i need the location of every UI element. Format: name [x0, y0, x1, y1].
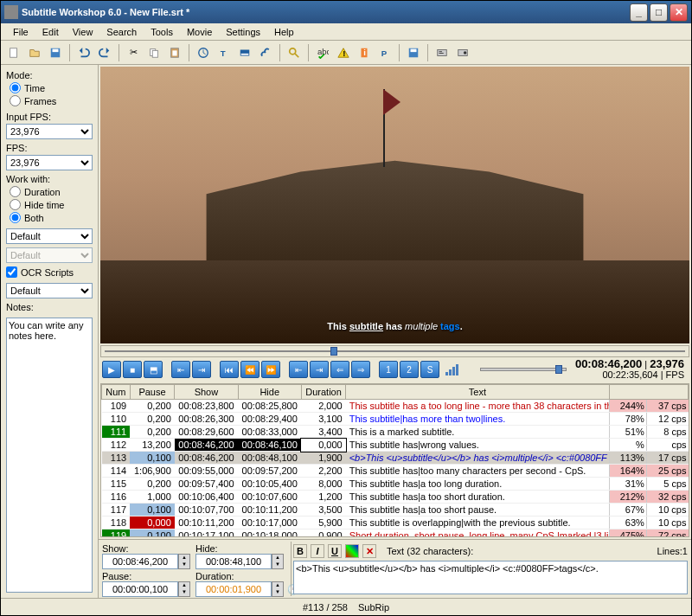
sync2-button[interactable]: 2 [400, 361, 419, 378]
table-row[interactable]: 1100,20000:08:26,30000:08:29,4003,100Thi… [102, 413, 689, 426]
bold-button[interactable]: B [293, 544, 307, 558]
end-mark-button[interactable]: ⇥ [310, 361, 329, 378]
subtitles-button[interactable] [235, 43, 254, 62]
fwd-button[interactable]: ⏩ [261, 361, 280, 378]
table-row[interactable]: 1161,00000:10:06,40000:10:07,6001,200Thi… [102, 491, 689, 504]
set-hide-button[interactable]: ⇒ [351, 361, 370, 378]
table-row[interactable]: 1090,20000:08:23,80000:08:25,8002,000Thi… [102, 400, 689, 413]
paste-button[interactable] [165, 43, 184, 62]
prev-sub-button[interactable]: ⇤ [171, 361, 190, 378]
menu-search[interactable]: Search [99, 25, 144, 38]
col-duration[interactable]: Duration [301, 385, 345, 400]
table-row[interactable]: 1190,10000:10:17,10000:10:18,0000,900Sho… [102, 529, 689, 538]
redo-button[interactable] [95, 43, 114, 62]
texts-button[interactable]: T [215, 43, 234, 62]
maximize-button[interactable]: □ [650, 3, 668, 22]
col-text[interactable]: Text [346, 385, 609, 400]
pause-input[interactable] [102, 581, 178, 597]
open-file-button[interactable] [25, 43, 44, 62]
mode-frames-radio[interactable]: Frames [10, 95, 93, 106]
hide-input[interactable] [195, 554, 272, 569]
errors-button[interactable]: ! [334, 43, 353, 62]
copy-button[interactable] [144, 43, 163, 62]
menu-settings[interactable]: Settings [219, 25, 267, 38]
menu-file[interactable]: File [6, 25, 35, 38]
charset-select[interactable]: Default [6, 228, 93, 244]
menu-view[interactable]: View [66, 25, 100, 38]
table-row[interactable]: 1170,10000:10:07,70000:10:11,2003,500Thi… [102, 504, 689, 517]
toolbar: ✂ T abc ! i P [1, 41, 691, 65]
duration-input[interactable] [195, 581, 272, 597]
work-duration-radio[interactable]: Duration [10, 186, 93, 197]
sync1-button[interactable]: 1 [379, 361, 398, 378]
pause-spinner[interactable]: ▲▼ [178, 581, 190, 597]
clear-tags-button[interactable]: ✕ [362, 544, 376, 558]
color-button[interactable] [345, 544, 359, 558]
start-mark-button[interactable]: ⇤ [289, 361, 308, 378]
info-button[interactable]: i [355, 43, 374, 62]
volume-slider[interactable] [480, 368, 567, 371]
save2-button[interactable] [404, 43, 423, 62]
table-row[interactable]: 1150,20000:09:57,40000:10:05,4008,000Thi… [102, 478, 689, 491]
italic-button[interactable]: I [311, 544, 324, 558]
seekbar[interactable] [100, 345, 689, 357]
col-num[interactable]: Num [102, 385, 131, 400]
menu-tools[interactable]: Tools [144, 25, 180, 38]
table-row[interactable]: 1180,00000:10:11,20000:10:17,0005,900Thi… [102, 517, 689, 529]
menu-edit[interactable]: Edit [35, 25, 66, 38]
back-button[interactable]: ⏪ [240, 361, 260, 378]
underline-button[interactable]: U [328, 544, 342, 558]
syncS-button[interactable]: S [420, 361, 439, 378]
close-button[interactable]: ✕ [670, 3, 688, 22]
col-hide[interactable]: Hide [238, 385, 301, 400]
table-row[interactable]: 11213,20000:08:46,20000:08:46,1000,000Th… [102, 439, 689, 452]
playback-controls: ▶ ■ ⬒ ⇤ ⇥ ⏮ ⏪ ⏩ ⇤ ⇥ ⇐ ⇒ 1 2 S 00:08:46,2… [99, 357, 691, 382]
time-display: 00:08:46,200 | 23,976 00:22:35,604 | FPS [575, 359, 688, 380]
table-row[interactable]: 1110,20000:08:29,60000:08:33,0003,400Thi… [102, 426, 689, 439]
work-both-radio[interactable]: Both [10, 212, 93, 223]
fps-select[interactable]: 23,976 [6, 155, 93, 170]
work-hide-radio[interactable]: Hide time [10, 199, 93, 210]
svg-rect-18 [411, 48, 417, 52]
settings-button[interactable] [432, 43, 452, 62]
notes-field[interactable]: You can write any notes here. [6, 318, 93, 593]
play-button[interactable]: ▶ [102, 361, 121, 378]
settings2-button[interactable] [453, 43, 472, 62]
col-pause[interactable]: Pause [130, 385, 175, 400]
undo-button[interactable] [74, 43, 93, 62]
subtitle-grid[interactable]: NumPauseShowHideDurationText1090,20000:0… [100, 383, 689, 537]
lang-select[interactable]: Default [6, 247, 93, 263]
hide-spinner[interactable]: ▲▼ [272, 554, 284, 569]
menu-movie[interactable]: Movie [180, 25, 219, 38]
toggle-button[interactable]: ⬒ [144, 361, 163, 378]
svg-rect-21 [439, 53, 444, 54]
table-row[interactable]: 1141:06,90000:09:55,00000:09:57,2002,200… [102, 465, 689, 478]
duration-spinner[interactable]: ▲▼ [272, 581, 284, 597]
new-file-button[interactable] [4, 43, 23, 62]
mode-time-radio[interactable]: Time [10, 82, 93, 93]
ocr-select[interactable]: Default [6, 283, 93, 298]
volume-icon [445, 363, 471, 375]
minimize-button[interactable]: _ [630, 3, 648, 22]
show-input[interactable] [102, 554, 178, 569]
pascal-button[interactable]: P [375, 43, 394, 62]
search-button[interactable] [285, 43, 304, 62]
input-fps-select[interactable]: 23,976 [6, 124, 93, 139]
video-preview[interactable]: This subtitle has multiple tags. [100, 67, 689, 343]
set-show-button[interactable]: ⇐ [330, 361, 349, 378]
subtitle-text-input[interactable]: <b>This <u>subtitle</u></b> has <i>multi… [293, 561, 688, 594]
cut-button[interactable]: ✂ [124, 43, 143, 62]
statusbar: #113 / 258 SubRip [1, 598, 691, 615]
next-sub-button[interactable]: ⇥ [192, 361, 211, 378]
rewind-button[interactable]: ⏮ [220, 361, 239, 378]
link-button[interactable] [256, 43, 275, 62]
save-button[interactable] [46, 43, 65, 62]
show-spinner[interactable]: ▲▼ [178, 554, 190, 569]
ocr-checkbox[interactable]: OCR Scripts [6, 266, 93, 278]
table-row[interactable]: 1130,10000:08:46,20000:08:48,1001,900<b>… [102, 452, 689, 465]
col-show[interactable]: Show [175, 385, 238, 400]
timings-button[interactable] [194, 43, 213, 62]
spellcheck-button[interactable]: abc [313, 43, 332, 62]
menu-help[interactable]: Help [267, 25, 301, 38]
stop-button[interactable]: ■ [123, 361, 142, 378]
